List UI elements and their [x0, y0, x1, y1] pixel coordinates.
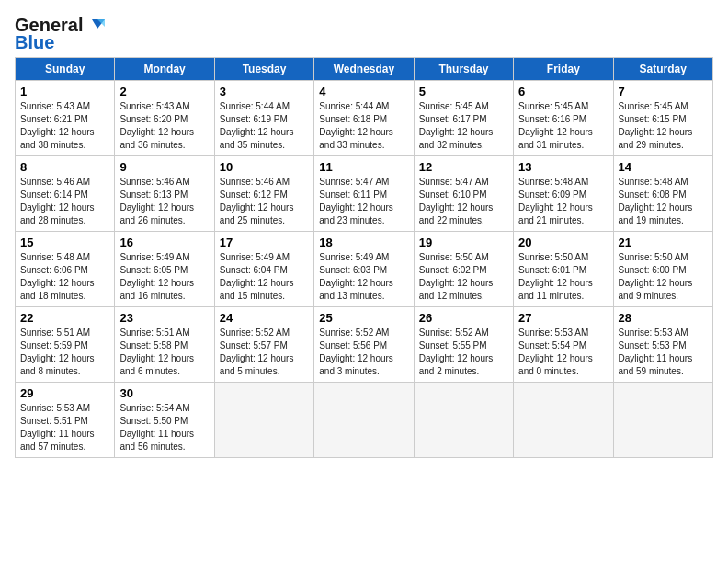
cell-info: Sunrise: 5:52 AMSunset: 5:57 PMDaylight:…	[220, 327, 309, 378]
calendar-day-24: 24Sunrise: 5:52 AMSunset: 5:57 PMDayligh…	[214, 307, 313, 383]
cell-info: Sunrise: 5:48 AMSunset: 6:06 PMDaylight:…	[20, 251, 109, 303]
calendar-day-19: 19Sunrise: 5:50 AMSunset: 6:02 PMDayligh…	[414, 232, 513, 307]
day-number: 21	[619, 236, 708, 249]
cell-info: Sunrise: 5:45 AMSunset: 6:17 PMDaylight:…	[419, 100, 508, 152]
calendar-day-14: 14Sunrise: 5:48 AMSunset: 6:08 PMDayligh…	[613, 156, 712, 232]
cell-info: Sunrise: 5:48 AMSunset: 6:09 PMDaylight:…	[518, 176, 608, 227]
day-number: 22	[20, 311, 109, 325]
day-number: 4	[319, 85, 408, 98]
day-number: 23	[119, 311, 209, 325]
calendar-day-22: 22Sunrise: 5:51 AMSunset: 5:59 PMDayligh…	[16, 307, 115, 383]
logo-bird-icon	[85, 16, 105, 36]
cell-info: Sunrise: 5:54 AMSunset: 5:50 PMDaylight:…	[119, 402, 209, 454]
cell-info: Sunrise: 5:53 AMSunset: 5:54 PMDaylight:…	[518, 327, 608, 378]
day-number: 11	[319, 160, 408, 174]
cell-info: Sunrise: 5:46 AMSunset: 6:13 PMDaylight:…	[119, 176, 209, 227]
calendar-day-empty	[613, 383, 712, 458]
weekday-header-saturday: Saturday	[613, 58, 712, 81]
cell-info: Sunrise: 5:48 AMSunset: 6:08 PMDaylight:…	[619, 176, 708, 227]
weekday-header-thursday: Thursday	[414, 58, 513, 81]
day-number: 9	[119, 160, 209, 174]
cell-info: Sunrise: 5:52 AMSunset: 5:55 PMDaylight:…	[419, 327, 508, 378]
day-number: 2	[119, 85, 209, 98]
day-number: 26	[419, 311, 508, 325]
day-number: 20	[518, 236, 608, 249]
day-number: 12	[419, 160, 508, 174]
calendar-day-21: 21Sunrise: 5:50 AMSunset: 6:00 PMDayligh…	[613, 232, 712, 307]
calendar-day-1: 1Sunrise: 5:43 AMSunset: 6:21 PMDaylight…	[16, 81, 115, 156]
calendar-day-8: 8Sunrise: 5:46 AMSunset: 6:14 PMDaylight…	[16, 156, 115, 232]
calendar-week-row: 15Sunrise: 5:48 AMSunset: 6:06 PMDayligh…	[16, 232, 713, 307]
cell-info: Sunrise: 5:46 AMSunset: 6:14 PMDaylight:…	[20, 176, 109, 227]
calendar-day-28: 28Sunrise: 5:53 AMSunset: 5:53 PMDayligh…	[613, 307, 712, 383]
logo-blue-text: Blue	[15, 32, 54, 53]
day-number: 10	[220, 160, 309, 174]
calendar-week-row: 8Sunrise: 5:46 AMSunset: 6:14 PMDaylight…	[16, 156, 713, 232]
cell-info: Sunrise: 5:50 AMSunset: 6:01 PMDaylight:…	[518, 251, 608, 303]
calendar-day-6: 6Sunrise: 5:45 AMSunset: 6:16 PMDaylight…	[514, 81, 613, 156]
weekday-header-sunday: Sunday	[16, 58, 115, 81]
weekday-header-monday: Monday	[115, 58, 214, 81]
day-number: 5	[419, 85, 508, 98]
calendar-day-9: 9Sunrise: 5:46 AMSunset: 6:13 PMDaylight…	[115, 156, 214, 232]
day-number: 18	[319, 236, 408, 249]
logo: General Blue	[15, 15, 105, 53]
day-number: 1	[20, 85, 109, 98]
cell-info: Sunrise: 5:47 AMSunset: 6:11 PMDaylight:…	[319, 176, 408, 227]
calendar-day-30: 30Sunrise: 5:54 AMSunset: 5:50 PMDayligh…	[115, 383, 214, 458]
day-number: 8	[20, 160, 109, 174]
calendar-day-25: 25Sunrise: 5:52 AMSunset: 5:56 PMDayligh…	[314, 307, 414, 383]
cell-info: Sunrise: 5:49 AMSunset: 6:03 PMDaylight:…	[319, 251, 408, 303]
cell-info: Sunrise: 5:53 AMSunset: 5:51 PMDaylight:…	[20, 402, 109, 454]
calendar-day-13: 13Sunrise: 5:48 AMSunset: 6:09 PMDayligh…	[514, 156, 613, 232]
cell-info: Sunrise: 5:45 AMSunset: 6:15 PMDaylight:…	[619, 100, 708, 152]
calendar-week-row: 29Sunrise: 5:53 AMSunset: 5:51 PMDayligh…	[16, 383, 713, 458]
calendar-day-empty	[314, 383, 414, 458]
day-number: 7	[619, 85, 708, 98]
cell-info: Sunrise: 5:50 AMSunset: 6:02 PMDaylight:…	[419, 251, 508, 303]
day-number: 19	[419, 236, 508, 249]
day-number: 14	[619, 160, 708, 174]
day-number: 27	[518, 311, 608, 325]
cell-info: Sunrise: 5:46 AMSunset: 6:12 PMDaylight:…	[220, 176, 309, 227]
calendar-week-row: 1Sunrise: 5:43 AMSunset: 6:21 PMDaylight…	[16, 81, 713, 156]
calendar-day-18: 18Sunrise: 5:49 AMSunset: 6:03 PMDayligh…	[314, 232, 414, 307]
cell-info: Sunrise: 5:44 AMSunset: 6:19 PMDaylight:…	[220, 100, 309, 152]
calendar-day-2: 2Sunrise: 5:43 AMSunset: 6:20 PMDaylight…	[115, 81, 214, 156]
weekday-header-tuesday: Tuesday	[214, 58, 313, 81]
calendar-day-26: 26Sunrise: 5:52 AMSunset: 5:55 PMDayligh…	[414, 307, 513, 383]
weekday-header-friday: Friday	[514, 58, 613, 81]
calendar-day-3: 3Sunrise: 5:44 AMSunset: 6:19 PMDaylight…	[214, 81, 313, 156]
calendar-day-20: 20Sunrise: 5:50 AMSunset: 6:01 PMDayligh…	[514, 232, 613, 307]
day-number: 24	[220, 311, 309, 325]
cell-info: Sunrise: 5:53 AMSunset: 5:53 PMDaylight:…	[619, 327, 708, 378]
calendar-day-empty	[514, 383, 613, 458]
cell-info: Sunrise: 5:49 AMSunset: 6:04 PMDaylight:…	[220, 251, 309, 303]
calendar-day-16: 16Sunrise: 5:49 AMSunset: 6:05 PMDayligh…	[115, 232, 214, 307]
calendar-day-23: 23Sunrise: 5:51 AMSunset: 5:58 PMDayligh…	[115, 307, 214, 383]
calendar-day-5: 5Sunrise: 5:45 AMSunset: 6:17 PMDaylight…	[414, 81, 513, 156]
calendar-day-27: 27Sunrise: 5:53 AMSunset: 5:54 PMDayligh…	[514, 307, 613, 383]
cell-info: Sunrise: 5:51 AMSunset: 5:58 PMDaylight:…	[119, 327, 209, 378]
day-number: 3	[220, 85, 309, 98]
calendar-week-row: 22Sunrise: 5:51 AMSunset: 5:59 PMDayligh…	[16, 307, 713, 383]
calendar-day-7: 7Sunrise: 5:45 AMSunset: 6:15 PMDaylight…	[613, 81, 712, 156]
day-number: 6	[518, 85, 608, 98]
cell-info: Sunrise: 5:49 AMSunset: 6:05 PMDaylight:…	[119, 251, 209, 303]
day-number: 25	[319, 311, 408, 325]
calendar-day-17: 17Sunrise: 5:49 AMSunset: 6:04 PMDayligh…	[214, 232, 313, 307]
cell-info: Sunrise: 5:43 AMSunset: 6:21 PMDaylight:…	[20, 100, 109, 152]
calendar-day-29: 29Sunrise: 5:53 AMSunset: 5:51 PMDayligh…	[16, 383, 115, 458]
day-number: 13	[518, 160, 608, 174]
weekday-header-wednesday: Wednesday	[314, 58, 414, 81]
cell-info: Sunrise: 5:50 AMSunset: 6:00 PMDaylight:…	[619, 251, 708, 303]
header: General Blue	[15, 15, 713, 53]
cell-info: Sunrise: 5:45 AMSunset: 6:16 PMDaylight:…	[518, 100, 608, 152]
day-number: 28	[619, 311, 708, 325]
calendar-day-15: 15Sunrise: 5:48 AMSunset: 6:06 PMDayligh…	[16, 232, 115, 307]
calendar-day-empty	[214, 383, 313, 458]
day-number: 29	[20, 386, 109, 400]
calendar-day-4: 4Sunrise: 5:44 AMSunset: 6:18 PMDaylight…	[314, 81, 414, 156]
day-number: 16	[119, 236, 209, 249]
calendar-day-11: 11Sunrise: 5:47 AMSunset: 6:11 PMDayligh…	[314, 156, 414, 232]
